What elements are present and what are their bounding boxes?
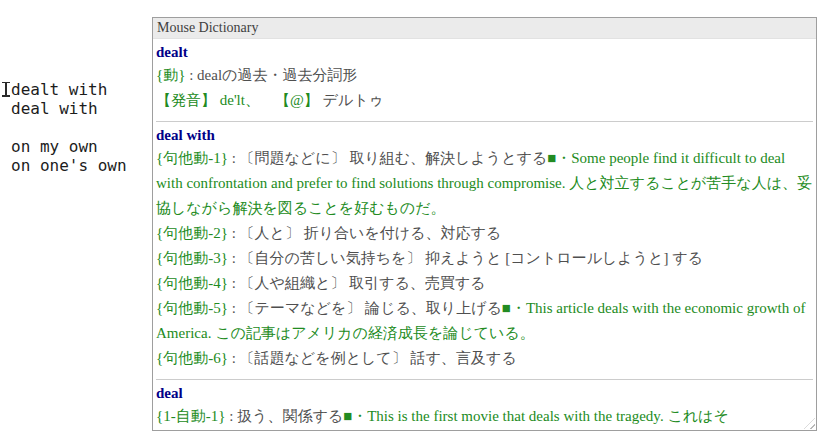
definition-segment: {句他動-4} (156, 275, 228, 291)
definition-segment: : dealの過去・過去分詞形 (185, 67, 357, 83)
page-text-line[interactable]: on my own (11, 137, 127, 156)
definition-segment: {句他動-2} (156, 225, 228, 241)
dictionary-content: dealt{動} : dealの過去・過去分詞形【発音】 de'lt、 【@】 … (153, 39, 816, 431)
dictionary-titlebar[interactable]: Mouse Dictionary (153, 18, 816, 39)
definition-segment: {句他動-1} (156, 150, 228, 166)
definition-segment: ■・This is the first movie that deals wit… (343, 408, 729, 424)
dictionary-title: Mouse Dictionary (157, 20, 258, 35)
page-text[interactable]: dealt withdeal with on my ownon one's ow… (11, 80, 127, 175)
page-text-line[interactable]: dealt with (11, 80, 127, 99)
definition-line: 【発音】 de'lt、 【@】 デルトゥ (156, 88, 813, 113)
definition-segment: {句他動-3} (156, 250, 228, 266)
definition-line: {動} : dealの過去・過去分詞形 (156, 63, 813, 88)
definition-line: {句他動-2} : 〔人と〕 折り合いを付ける、対応する (156, 221, 813, 246)
definition-segment: デルトゥ (319, 92, 384, 108)
text-cursor-icon (1, 81, 10, 97)
page-text-line[interactable]: deal with (11, 99, 127, 118)
mouse-dictionary-panel[interactable]: Mouse Dictionary dealt{動} : dealの過去・過去分詞… (152, 17, 817, 431)
definition-line: {句他動-6} : 〔話題などを例として〕 話す、言及する (156, 346, 813, 371)
entry-headword: deal with (156, 125, 813, 146)
dictionary-entry: deal{1-自動-1} : 扱う、関係する■・This is the firs… (156, 379, 813, 431)
definition-segment: {1-自動-1} (156, 408, 225, 424)
page-text-line[interactable]: on one's own (11, 156, 127, 175)
definition-segment: : 〔問題などに〕 取り組む、解決しようとする (228, 150, 547, 166)
definition-segment: : 〔人と〕 折り合いを付ける、対応する (228, 225, 501, 241)
entry-headword: deal (156, 383, 813, 404)
definition-line: {句他動-1} : 〔問題などに〕 取り組む、解決しようとする■・Some pe… (156, 146, 813, 221)
entry-headword: dealt (156, 42, 813, 63)
page-text-line[interactable] (11, 118, 127, 137)
dictionary-entry: deal with{句他動-1} : 〔問題などに〕 取り組む、解決しようとする… (156, 121, 813, 379)
definition-segment: {動} (156, 67, 185, 83)
definition-line: {句他動-3} : 〔自分の苦しい気持ちを〕 抑えようと [コントロールしようと… (156, 246, 813, 271)
definition-segment: {句他動-6} (156, 350, 228, 366)
definition-line: {句他動-4} : 〔人や組織と〕 取引する、売買する (156, 271, 813, 296)
dictionary-entry: dealt{動} : dealの過去・過去分詞形【発音】 de'lt、 【@】 … (156, 39, 813, 121)
definition-segment: : 扱う、関係する (225, 408, 343, 424)
definition-line: {1-自動-1} : 扱う、関係する■・This is the first mo… (156, 404, 813, 429)
definition-segment: : 〔テーマなどを〕 論じる、取り上げる (228, 300, 502, 316)
definition-segment: : 〔人や組織と〕 取引する、売買する (228, 275, 486, 291)
definition-segment: : 〔話題などを例として〕 話す、言及する (228, 350, 517, 366)
definition-segment: {句他動-5} (156, 300, 228, 316)
definition-segment: 【発音】 de'lt、 【@】 (156, 92, 319, 108)
definition-segment: : 〔自分の苦しい気持ちを〕 抑えようと [コントロールしようと] する (228, 250, 703, 266)
definition-line: {句他動-5} : 〔テーマなどを〕 論じる、取り上げる■・This artic… (156, 296, 813, 346)
